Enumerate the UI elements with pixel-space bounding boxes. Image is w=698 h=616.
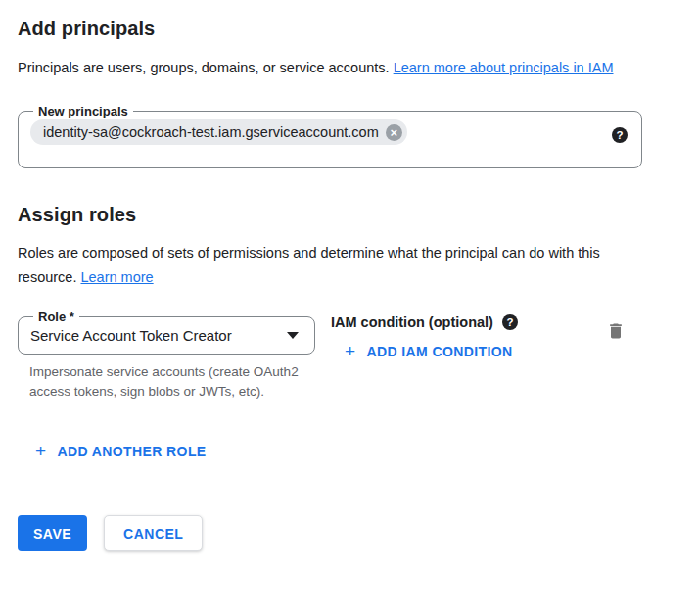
dropdown-arrow-icon [287, 332, 299, 339]
principal-chip-value: identity-sa@cockroach-test.iam.gservicea… [43, 124, 379, 140]
learn-more-principals-link[interactable]: Learn more about principals in IAM [394, 60, 614, 75]
plus-icon: + [35, 445, 47, 458]
new-principals-help-icon[interactable]: ? [612, 127, 628, 143]
role-select[interactable]: Role * Service Account Token Creator [18, 309, 315, 355]
add-another-role-button[interactable]: + ADD ANOTHER ROLE [35, 444, 207, 459]
page-title: Add principals [18, 18, 680, 40]
role-column: Role * Service Account Token Creator Imp… [18, 309, 315, 401]
iam-condition-help-icon[interactable]: ? [502, 314, 518, 330]
new-principals-field[interactable]: New principals identity-sa@cockroach-tes… [18, 104, 642, 168]
learn-more-roles-link[interactable]: Learn more [80, 269, 153, 285]
principals-description: Principals are users, groups, domains, o… [18, 56, 654, 80]
iam-condition-section: IAM condition (optional) ? + ADD IAM CON… [331, 309, 606, 361]
role-row: Role * Service Account Token Creator Imp… [18, 309, 680, 401]
assign-roles-description: Roles are composed of sets of permission… [18, 241, 625, 290]
iam-condition-label: IAM condition (optional) [331, 314, 493, 330]
new-principals-label: New principals [33, 104, 133, 118]
dialog-actions: SAVE CANCEL [18, 515, 680, 551]
role-helper-text: Impersonate service accounts (create OAu… [29, 362, 307, 401]
trash-icon [606, 321, 626, 341]
role-selected-value: Service Account Token Creator [30, 327, 232, 344]
assign-roles-title: Assign roles [18, 204, 680, 226]
delete-role-button[interactable] [606, 321, 626, 341]
save-button[interactable]: SAVE [18, 515, 87, 551]
cancel-button[interactable]: CANCEL [104, 515, 203, 551]
plus-icon: + [345, 345, 356, 358]
add-iam-condition-button[interactable]: + ADD IAM CONDITION [345, 344, 513, 359]
principals-description-text: Principals are users, groups, domains, o… [18, 60, 394, 75]
add-iam-condition-label: ADD IAM CONDITION [367, 344, 513, 359]
add-principals-panel: Add principals Principals are users, gro… [0, 0, 698, 551]
add-another-role-label: ADD ANOTHER ROLE [58, 444, 207, 459]
chip-remove-icon[interactable]: × [386, 124, 402, 141]
role-label: Role * [33, 309, 79, 324]
principal-chip: identity-sa@cockroach-test.iam.gservicea… [30, 119, 407, 145]
